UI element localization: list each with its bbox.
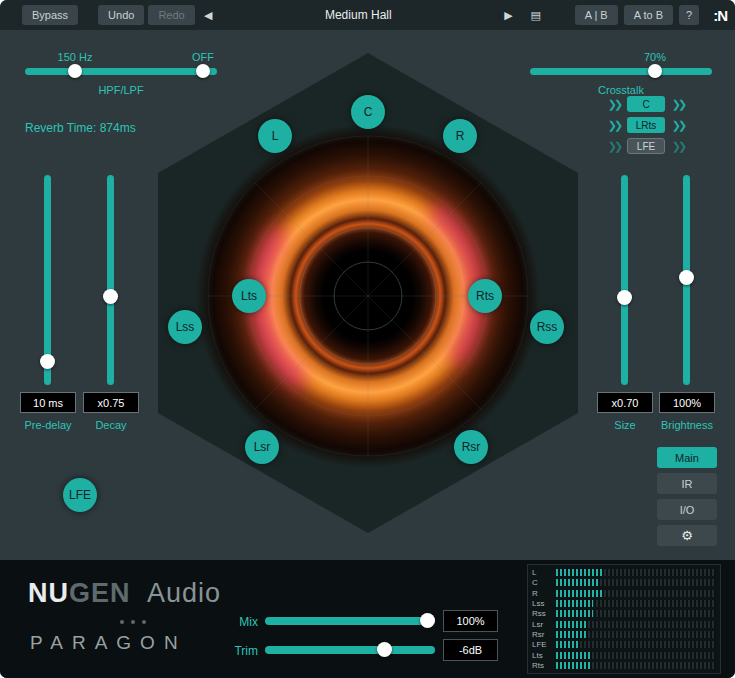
meter-channel-label: LFE: [532, 640, 556, 649]
meter-row: R: [532, 589, 716, 598]
meter-row: L: [532, 568, 716, 577]
meter-fill: [556, 600, 593, 607]
pre-delay-value[interactable]: 10 ms: [20, 392, 76, 413]
crosstalk-track[interactable]: [530, 68, 712, 75]
hpf-lpf-slider-group: 150 Hz OFF HPF/LPF: [25, 52, 217, 102]
reverb-time-readout: Reverb Time: 874ms: [25, 121, 136, 135]
meter-row: C: [532, 578, 716, 587]
channel-node-lts[interactable]: Lts: [232, 279, 266, 313]
mix-slider-track[interactable]: [265, 617, 435, 625]
page-tab-ir[interactable]: IR: [657, 473, 717, 494]
routing-row-lrts: ❯❯ LRts ❯❯: [605, 117, 723, 133]
plugin-window: Bypass Undo Redo ◀ Medium Hall ▶ ▤ A | B…: [0, 0, 735, 678]
channel-node-l[interactable]: L: [258, 119, 292, 153]
meter-bar: [556, 600, 716, 607]
channel-node-lfe[interactable]: LFE: [63, 478, 97, 512]
routing-panel: ❯❯ C ❯❯ ❯❯ LRts ❯❯ ❯❯ LFE ❯❯: [605, 96, 723, 154]
channel-node-c[interactable]: C: [351, 95, 385, 129]
meter-bar: [556, 641, 716, 648]
preset-name[interactable]: Medium Hall: [325, 8, 392, 22]
hpf-handle[interactable]: [68, 64, 82, 78]
settings-gear-icon[interactable]: ⚙: [657, 525, 717, 546]
routing-row-lfe: ❯❯ LFE ❯❯: [605, 138, 723, 154]
trim-value[interactable]: -6dB: [443, 639, 498, 661]
brand-nu: NU: [28, 578, 69, 608]
nugen-logo: :N: [713, 7, 727, 24]
meter-channel-label: L: [532, 568, 556, 577]
meter-channel-label: Rsr: [532, 630, 556, 639]
chevron-out-icon[interactable]: ❯❯: [669, 140, 687, 153]
preset-prev-icon[interactable]: ◀: [200, 9, 216, 22]
channel-node-rsr[interactable]: Rsr: [454, 430, 488, 464]
meter-fill: [556, 641, 580, 648]
meter-bar: [556, 652, 716, 659]
decay-label: Decay: [81, 419, 141, 431]
meter-row: Lss: [532, 599, 716, 608]
brightness-value[interactable]: 100%: [659, 392, 715, 413]
brand-audio: Audio: [147, 578, 221, 608]
page-tab-main[interactable]: Main: [657, 447, 717, 468]
lpf-value: OFF: [192, 51, 214, 63]
meter-bar: [556, 590, 716, 597]
chevron-out-icon[interactable]: ❯❯: [669, 98, 687, 111]
top-bar: Bypass Undo Redo ◀ Medium Hall ▶ ▤ A | B…: [0, 0, 735, 30]
undo-button[interactable]: Undo: [98, 5, 144, 25]
chevron-in-icon[interactable]: ❯❯: [605, 119, 623, 132]
channel-node-rts[interactable]: Rts: [468, 279, 502, 313]
a-to-b-button[interactable]: A to B: [624, 5, 673, 25]
brightness-fader-handle[interactable]: [679, 270, 694, 285]
lpf-handle[interactable]: [196, 64, 210, 78]
preset-list-icon[interactable]: ▤: [527, 9, 545, 22]
bypass-button[interactable]: Bypass: [22, 5, 78, 25]
mix-value[interactable]: 100%: [443, 610, 498, 632]
meter-row: LFE: [532, 640, 716, 649]
channel-node-lss[interactable]: Lss: [168, 310, 202, 344]
chevron-in-icon[interactable]: ❯❯: [605, 140, 623, 153]
meter-channel-label: C: [532, 578, 556, 587]
brand-gen: GEN: [69, 578, 131, 608]
size-value[interactable]: x0.70: [597, 392, 653, 413]
top-bar-right: A | B A to B ? :N: [575, 5, 727, 25]
meter-fill: [556, 621, 588, 628]
routing-lrts-button[interactable]: LRts: [627, 117, 665, 133]
channel-node-lsr[interactable]: Lsr: [245, 430, 279, 464]
help-button[interactable]: ?: [679, 5, 699, 25]
meter-bar: [556, 610, 716, 617]
ab-toggle-button[interactable]: A | B: [575, 5, 618, 25]
size-fader-track[interactable]: [621, 175, 628, 385]
redo-button[interactable]: Redo: [148, 5, 194, 25]
decay-fader-track[interactable]: [107, 175, 114, 385]
routing-lfe-button[interactable]: LFE: [627, 138, 665, 154]
meter-bar: [556, 662, 716, 669]
crosstalk-handle[interactable]: [648, 64, 662, 78]
size-label: Size: [595, 419, 655, 431]
meter-channel-label: Lts: [532, 651, 556, 660]
trim-slider-track[interactable]: [265, 646, 435, 654]
page-tab-io[interactable]: I/O: [657, 499, 717, 520]
pre-delay-fader-handle[interactable]: [40, 354, 55, 369]
meter-fill: [556, 652, 590, 659]
chevron-out-icon[interactable]: ❯❯: [669, 119, 687, 132]
chevron-in-icon[interactable]: ❯❯: [605, 98, 623, 111]
meter-row: Lts: [532, 651, 716, 660]
meter-row: Rsr: [532, 630, 716, 639]
preset-next-icon[interactable]: ▶: [500, 9, 516, 22]
brand-dots: [120, 620, 146, 624]
preset-bar-right: ▶ ▤: [500, 9, 545, 22]
trim-slider-handle[interactable]: [377, 642, 392, 657]
size-fader-handle[interactable]: [617, 290, 632, 305]
mix-label: Mix: [222, 615, 258, 629]
decay-value[interactable]: x0.75: [83, 392, 139, 413]
crosstalk-value: 70%: [644, 51, 666, 63]
main-panel: C L R Lts Rts Lss Rss Lsr Rsr LFE 150 Hz…: [0, 30, 735, 560]
meter-row: Lsr: [532, 620, 716, 629]
decay-fader-handle[interactable]: [103, 289, 118, 304]
channel-node-rss[interactable]: Rss: [530, 310, 564, 344]
hpf-lpf-track[interactable]: [25, 68, 217, 75]
meter-row: Rss: [532, 609, 716, 618]
meter-fill: [556, 610, 593, 617]
routing-c-button[interactable]: C: [627, 96, 665, 112]
channel-node-r[interactable]: R: [443, 119, 477, 153]
mix-slider-handle[interactable]: [420, 613, 435, 628]
meter-channel-label: Rts: [532, 661, 556, 670]
